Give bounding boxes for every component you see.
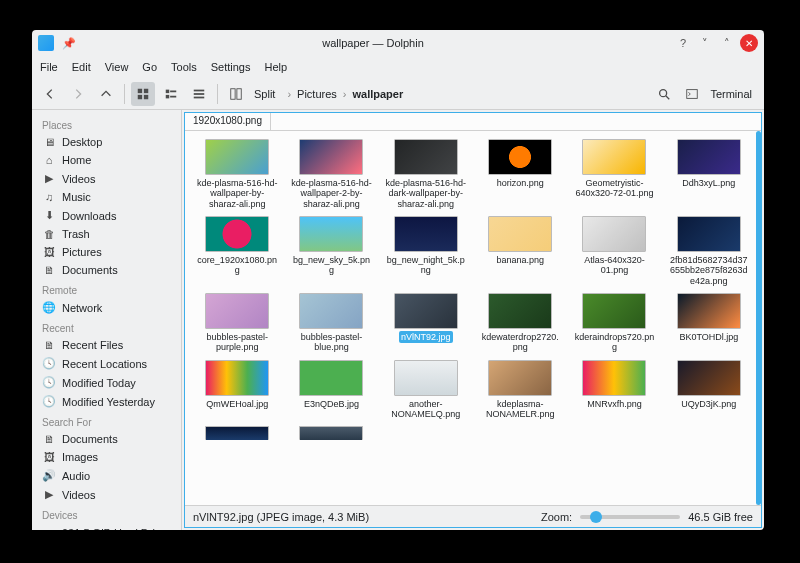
thumbnail xyxy=(205,293,269,329)
file-name: Geometryistic-640x320-72-01.png xyxy=(571,177,657,200)
file-item[interactable]: kde-plasma-516-hd-wallpaper-by-sharaz-al… xyxy=(191,137,283,212)
sidebar-item-icon: 🗎 xyxy=(42,264,56,276)
file-name: bg_new_night_5k.png xyxy=(383,254,469,277)
file-item[interactable]: banana.png xyxy=(474,214,566,289)
sidebar-item[interactable]: 🖥Desktop xyxy=(32,133,181,151)
file-item[interactable]: horizon.png xyxy=(474,137,566,212)
file-item[interactable]: kdeplasma-NONAMELR.png xyxy=(474,358,566,423)
maximize-button[interactable]: ˄ xyxy=(718,34,736,52)
file-item[interactable]: Ddh3xyL.png xyxy=(663,137,755,212)
file-item[interactable] xyxy=(285,424,377,442)
file-item[interactable]: kderaindrops720.png xyxy=(568,291,660,356)
icons-view-button[interactable] xyxy=(131,82,155,106)
sidebar-item-icon: 🗑 xyxy=(42,228,56,240)
back-button[interactable] xyxy=(38,82,62,106)
menu-edit[interactable]: Edit xyxy=(72,61,91,73)
thumbnail xyxy=(582,293,646,329)
menu-view[interactable]: View xyxy=(105,61,129,73)
file-item[interactable]: kde-plasma-516-hd-wallpaper-2-by-sharaz-… xyxy=(285,137,377,212)
zoom-knob[interactable] xyxy=(590,511,602,523)
minimize-button[interactable]: ˅ xyxy=(696,34,714,52)
file-item[interactable]: bubbles-pastel-purple.png xyxy=(191,291,283,356)
files-grid[interactable]: kde-plasma-516-hd-wallpaper-by-sharaz-al… xyxy=(185,131,761,505)
file-item[interactable]: MNRvxfh.png xyxy=(568,358,660,423)
search-button[interactable] xyxy=(652,82,676,106)
sidebar-item[interactable]: 🕓Recent Locations xyxy=(32,354,181,373)
sidebar-item-icon: ⬇ xyxy=(42,209,56,222)
file-item[interactable]: QmWEHoal.jpg xyxy=(191,358,283,423)
file-item[interactable]: bg_new_sky_5k.png xyxy=(285,214,377,289)
breadcrumb-sep: › xyxy=(343,88,347,100)
sidebar-item[interactable]: 🗎Recent Files xyxy=(32,336,181,354)
help-button[interactable]: ? xyxy=(674,34,692,52)
pin-icon[interactable]: 📌 xyxy=(62,37,76,50)
scrollbar[interactable] xyxy=(756,131,761,505)
file-item[interactable]: bg_new_night_5k.png xyxy=(380,214,472,289)
crumb-pictures[interactable]: Pictures xyxy=(293,86,341,102)
thumbnail xyxy=(299,293,363,329)
sidebar-item-label: Modified Today xyxy=(62,377,136,389)
sidebar: Places🖥Desktop⌂Home▶Videos♫Music⬇Downloa… xyxy=(32,110,182,530)
sidebar-item[interactable]: 🖼Images xyxy=(32,448,181,466)
file-name: bubbles-pastel-purple.png xyxy=(194,331,280,354)
sidebar-item[interactable]: ♫Music xyxy=(32,188,181,206)
file-item[interactable]: Geometryistic-640x320-72-01.png xyxy=(568,137,660,212)
terminal-button[interactable] xyxy=(680,82,704,106)
app-icon xyxy=(38,35,54,51)
file-item[interactable] xyxy=(191,424,283,442)
free-space: 46.5 GiB free xyxy=(688,511,753,523)
crumb-wallpaper[interactable]: wallpaper xyxy=(349,86,408,102)
file-item[interactable]: another-NONAMELQ.png xyxy=(380,358,472,423)
file-name: kde-plasma-516-hd-dark-wallpaper-by-shar… xyxy=(383,177,469,210)
file-item[interactable]: nVlNT92.jpg xyxy=(380,291,472,356)
sidebar-item[interactable]: 🌐Network xyxy=(32,298,181,317)
sidebar-item[interactable]: ⬇Downloads xyxy=(32,206,181,225)
sidebar-item[interactable]: 🕓Modified Yesterday xyxy=(32,392,181,411)
thumbnail xyxy=(299,216,363,252)
menu-settings[interactable]: Settings xyxy=(211,61,251,73)
file-name: kdeplasma-NONAMELR.png xyxy=(477,398,563,421)
close-button[interactable]: ✕ xyxy=(740,34,758,52)
statusbar: nVlNT92.jpg (JPEG image, 4.3 MiB) Zoom: … xyxy=(185,505,761,527)
sidebar-item-label: Documents xyxy=(62,264,118,276)
sidebar-item[interactable]: 🗎Documents xyxy=(32,261,181,279)
thumbnail xyxy=(394,216,458,252)
file-item[interactable]: E3nQDeB.jpg xyxy=(285,358,377,423)
sidebar-item[interactable]: ⌂Home xyxy=(32,151,181,169)
sidebar-item[interactable]: 🕓Modified Today xyxy=(32,373,181,392)
file-item[interactable]: bubbles-pastel-blue.png xyxy=(285,291,377,356)
sidebar-item[interactable]: ⛀931.5 GiB Hard Drive xyxy=(32,523,181,530)
menu-go[interactable]: Go xyxy=(142,61,157,73)
sidebar-head: Search For xyxy=(32,411,181,430)
thumbnail xyxy=(677,216,741,252)
file-item[interactable]: kde-plasma-516-hd-dark-wallpaper-by-shar… xyxy=(380,137,472,212)
sidebar-item[interactable]: 🗑Trash xyxy=(32,225,181,243)
menu-file[interactable]: File xyxy=(40,61,58,73)
sidebar-item[interactable]: ▶Videos xyxy=(32,169,181,188)
details-view-button[interactable] xyxy=(187,82,211,106)
tab[interactable]: 1920x1080.png xyxy=(185,113,271,130)
file-item[interactable]: core_1920x1080.png xyxy=(191,214,283,289)
file-item[interactable]: Atlas-640x320-01.png xyxy=(568,214,660,289)
sidebar-item-label: Desktop xyxy=(62,136,102,148)
file-item[interactable]: 2fb81d5682734d37655bb2e875f8263de42a.png xyxy=(663,214,755,289)
sidebar-item[interactable]: ▶Videos xyxy=(32,485,181,504)
svg-rect-9 xyxy=(194,93,205,95)
compact-view-button[interactable] xyxy=(159,82,183,106)
up-button[interactable] xyxy=(94,82,118,106)
sidebar-item[interactable]: 🔊Audio xyxy=(32,466,181,485)
file-name: BK0TOHDl.jpg xyxy=(677,331,740,343)
sidebar-item[interactable]: 🗎Documents xyxy=(32,430,181,448)
file-item[interactable]: BK0TOHDl.jpg xyxy=(663,291,755,356)
sidebar-item-icon: ▶ xyxy=(42,172,56,185)
sidebar-item-label: Recent Files xyxy=(62,339,123,351)
zoom-slider[interactable] xyxy=(580,515,680,519)
menu-help[interactable]: Help xyxy=(264,61,287,73)
file-item[interactable]: kdewaterdrop2720.png xyxy=(474,291,566,356)
file-item[interactable]: UQyD3jK.png xyxy=(663,358,755,423)
split-button[interactable] xyxy=(224,82,248,106)
menu-tools[interactable]: Tools xyxy=(171,61,197,73)
file-name: QmWEHoal.jpg xyxy=(204,398,270,410)
sidebar-item[interactable]: 🖼Pictures xyxy=(32,243,181,261)
forward-button[interactable] xyxy=(66,82,90,106)
